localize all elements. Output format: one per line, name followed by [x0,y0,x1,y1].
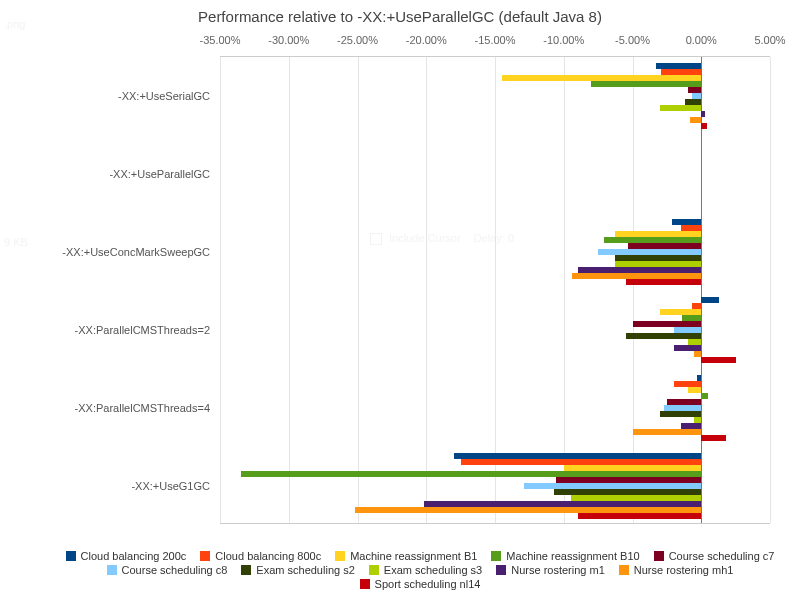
category-group: -XX:+UseConcMarkSweepGC [220,213,770,291]
x-tick-label: 5.00% [754,34,785,46]
legend-swatch [491,551,501,561]
x-tick-label: -5.00% [615,34,650,46]
category-group: -XX:ParallelCMSThreads=4 [220,369,770,447]
category-label: -XX:+UseG1GC [131,480,210,492]
legend-swatch [66,551,76,561]
bar [688,387,702,393]
category-label: -XX:+UseSerialGC [118,90,210,102]
legend-item: Sport scheduling nl14 [360,578,481,590]
bar [591,81,701,87]
category-group: -XX:+UseG1GC [220,447,770,525]
category-group: -XX:ParallelCMSThreads=2 [220,291,770,369]
legend: Cloud balancing 200cCloud balancing 800c… [50,550,790,590]
legend-label: Course scheduling c8 [122,564,228,576]
category-group: -XX:+UseSerialGC [220,57,770,135]
legend-item: Exam scheduling s2 [241,564,354,576]
legend-item: Exam scheduling s3 [369,564,482,576]
bar [701,393,708,399]
legend-swatch [360,579,370,589]
legend-swatch [496,565,506,575]
legend-swatch [335,551,345,561]
legend-label: Machine reassignment B1 [350,550,477,562]
x-tick-label: -35.00% [200,34,241,46]
legend-item: Cloud balancing 200c [66,550,187,562]
bar [694,351,701,357]
category-label: -XX:ParallelCMSThreads=4 [75,402,210,414]
legend-label: Nurse rostering m1 [511,564,605,576]
bar [626,279,702,285]
bar [701,435,726,441]
bar [660,105,701,111]
legend-item: Course scheduling c8 [107,564,228,576]
chart-title: Performance relative to -XX:+UseParallel… [0,8,800,25]
x-tick-label: -30.00% [268,34,309,46]
x-axis-ticks: -35.00%-30.00%-25.00%-20.00%-15.00%-10.0… [0,34,800,50]
legend-label: Sport scheduling nl14 [375,578,481,590]
legend-item: Nurse rostering m1 [496,564,605,576]
x-tick-label: -10.00% [543,34,584,46]
x-tick-label: -20.00% [406,34,447,46]
plot-area: -XX:+UseSerialGC-XX:+UseParallelGC-XX:+U… [220,56,770,524]
category-label: -XX:+UseConcMarkSweepGC [62,246,210,258]
bar [690,117,701,123]
bar [701,297,719,303]
bar [701,357,735,363]
grid-line [770,57,771,523]
legend-item: Course scheduling c7 [654,550,775,562]
legend-swatch [241,565,251,575]
bar [633,429,702,435]
x-tick-label: 0.00% [686,34,717,46]
legend-item: Machine reassignment B10 [491,550,639,562]
legend-item: Machine reassignment B1 [335,550,477,562]
legend-swatch [619,565,629,575]
x-tick-label: -25.00% [337,34,378,46]
legend-label: Exam scheduling s2 [256,564,354,576]
legend-swatch [107,565,117,575]
chart-root: .png 9 KB Include Cursor Delay: 0 Perfor… [0,0,800,600]
x-tick-label: -15.00% [475,34,516,46]
category-label: -XX:ParallelCMSThreads=2 [75,324,210,336]
legend-label: Cloud balancing 200c [81,550,187,562]
legend-swatch [654,551,664,561]
legend-label: Exam scheduling s3 [384,564,482,576]
bar [578,513,702,519]
legend-item: Nurse rostering mh1 [619,564,734,576]
bar [701,123,707,129]
legend-swatch [369,565,379,575]
legend-label: Nurse rostering mh1 [634,564,734,576]
bar [701,111,705,117]
category-group: -XX:+UseParallelGC [220,135,770,213]
category-label: -XX:+UseParallelGC [109,168,210,180]
legend-item: Cloud balancing 800c [200,550,321,562]
legend-label: Course scheduling c7 [669,550,775,562]
legend-swatch [200,551,210,561]
legend-label: Cloud balancing 800c [215,550,321,562]
legend-label: Machine reassignment B10 [506,550,639,562]
